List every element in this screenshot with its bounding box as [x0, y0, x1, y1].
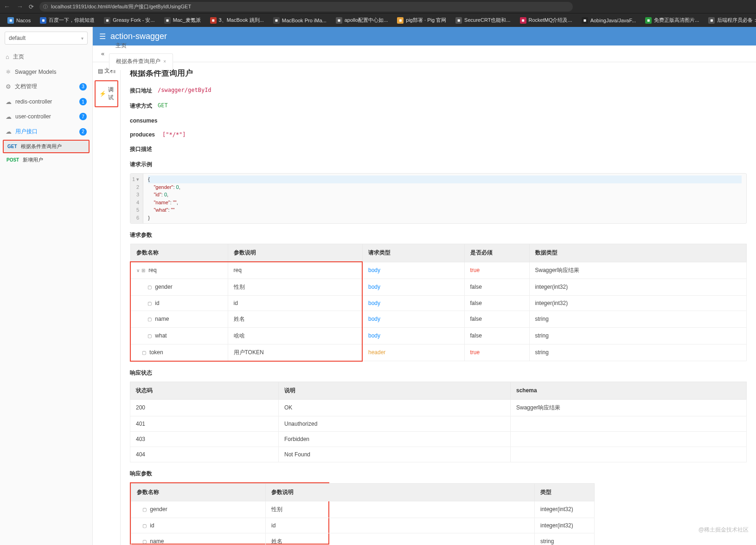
bookmark-favicon: ■	[520, 17, 526, 24]
field-icon: ▢	[142, 539, 147, 544]
menu-toggle-icon[interactable]: ☰	[99, 32, 106, 41]
field-icon: ▢	[147, 333, 152, 338]
request-example-code: 1 ▾23456 { "gender": 0, "id": 0, "name":…	[130, 173, 747, 224]
bookmark-item[interactable]: ■apollo配置中心如...	[332, 15, 392, 25]
sidebar: default ▾ ⌂主页⚛Swagger Models⚙文档管理3☁redis…	[0, 27, 93, 545]
bookmark-favicon: ■	[7, 17, 14, 24]
table-row: 200OKSwagger响应结果	[130, 399, 747, 416]
url-label: 接口地址	[130, 87, 158, 95]
bookmark-item[interactable]: ■百度一下，你就知道	[36, 15, 98, 25]
bookmark-item[interactable]: ■Greasy Fork - 安...	[100, 15, 158, 25]
app-header: ☰ action-swagger	[93, 27, 756, 45]
api-endpoint-item[interactable]: GET根据条件查询用户	[3, 140, 90, 153]
bookmark-item[interactable]: ■免费正版高清图片...	[641, 15, 703, 25]
table-header: 数据类型	[529, 244, 747, 262]
table-row: ▢ ididbodyfalseinteger(int32)	[130, 295, 747, 311]
tabs-bar: « 主页根据条件查询用户×	[93, 45, 756, 62]
sidebar-item[interactable]: ☁用户接口2	[0, 124, 92, 139]
count-badge: 1	[79, 98, 87, 105]
table-header: 是否必须	[464, 244, 529, 262]
bookmark-item[interactable]: ■pig部署 · Pig 官网	[393, 15, 450, 25]
table-row: 403Forbidden	[130, 431, 747, 447]
request-params-title: 请求参数	[130, 231, 747, 239]
field-icon: ▢	[147, 285, 152, 290]
bookmark-item[interactable]: ■Mac_麦氪派	[160, 15, 205, 25]
table-row: ∨⊞ reqreqbodytrueSwagger响应结果	[130, 262, 747, 279]
table-header: 请求类型	[362, 244, 464, 262]
produces-value: ["*/*"]	[162, 131, 186, 138]
api-method: GET	[158, 102, 168, 110]
bookmark-favicon: ■	[40, 17, 46, 24]
count-badge: 7	[79, 113, 87, 120]
chevron-down-icon: ▾	[81, 36, 83, 41]
field-icon: ▢	[142, 507, 147, 512]
request-params-table: 参数名称参数说明请求类型是否必须数据类型 ∨⊞ reqreqbodytrueSw…	[130, 244, 747, 362]
bookmark-item[interactable]: ■MacBook Pro iMa...	[269, 16, 330, 25]
bookmark-item[interactable]: ■Nacos	[4, 16, 34, 25]
count-badge: 3	[79, 83, 87, 91]
debug-tab[interactable]: ⚡调试	[95, 80, 118, 107]
bookmark-item[interactable]: ■AobingJava/JavaF...	[578, 16, 640, 25]
bookmark-favicon: ■	[164, 17, 171, 24]
sidebar-item[interactable]: ☁user-controller7	[0, 109, 92, 124]
sidebar-item[interactable]: ⚙文档管理3	[0, 79, 92, 94]
table-header: schema	[511, 382, 747, 399]
expand-icon[interactable]: ∨	[136, 268, 140, 273]
table-header: 说明	[279, 382, 511, 399]
side-tabs: ▤文档⚡调试	[93, 62, 121, 545]
table-row: ▢ name姓名bodyfalsestring	[130, 311, 747, 327]
docmgr-icon: ⚙	[6, 83, 11, 90]
bookmark-favicon: ■	[336, 17, 342, 24]
method-label: 请求方式	[130, 102, 158, 110]
consumes-label: consumes	[130, 117, 167, 124]
table-row: ▢ name姓名string	[131, 533, 595, 545]
object-icon: ⊞	[141, 268, 145, 273]
sidebar-item[interactable]: ⚛Swagger Models	[0, 65, 92, 79]
table-row: ▢ what啥啥bodyfalsestring	[130, 327, 747, 344]
example-label: 请求示例	[130, 161, 747, 169]
table-header: 类型	[535, 483, 595, 501]
document-body: 根据条件查询用户 接口地址 /swagger/getById 请求方式 GET …	[121, 62, 756, 545]
close-tab-icon[interactable]: ×	[163, 59, 166, 64]
bookmark-item[interactable]: ■SecureCRT也能和...	[452, 15, 514, 25]
bookmark-favicon: ■	[455, 17, 462, 24]
produces-label: produces	[130, 131, 162, 138]
content-tab[interactable]: 根据条件查询用户×	[109, 53, 173, 70]
api-title: 根据条件查询用户	[130, 68, 747, 78]
response-status-table: 状态码说明schema 200OKSwagger响应结果401Unauthori…	[130, 382, 747, 462]
api-endpoint-item[interactable]: POST新增用户	[0, 154, 92, 166]
bookmark-favicon: ■	[708, 17, 715, 24]
bookmark-item[interactable]: ■RocketMQ介绍及...	[516, 15, 576, 25]
back-button[interactable]: ←	[4, 3, 10, 10]
table-header: 参数名称	[131, 483, 266, 501]
table-row: ▢ gender性别integer(int32)	[131, 501, 595, 518]
bookmark-favicon: ■	[397, 17, 404, 24]
response-status-title: 响应状态	[130, 369, 747, 377]
table-header: 参数名称	[130, 244, 228, 262]
table-header: 参数说明	[228, 244, 362, 262]
field-icon: ▢	[147, 317, 152, 322]
forward-button[interactable]: →	[17, 3, 23, 10]
sidebar-item[interactable]: ⌂主页	[0, 49, 92, 65]
bookmark-favicon: ■	[104, 17, 110, 24]
table-row: 401Unauthorized	[130, 416, 747, 431]
table-row: ▢ gender性别bodyfalseinteger(int32)	[130, 279, 747, 295]
http-method-badge: GET	[7, 144, 17, 149]
response-params-table: 参数名称参数说明类型 ▢ gender性别integer(int32)▢ idi…	[131, 483, 595, 545]
cloud-icon: ☁	[6, 128, 12, 135]
group-selector[interactable]: default ▾	[5, 32, 88, 45]
reload-button[interactable]: ⟳	[29, 3, 34, 10]
bookmark-favicon: ■	[273, 17, 280, 24]
sidebar-item[interactable]: ☁redis-controller1	[0, 94, 92, 109]
browser-nav-bar: ← → ⟳ ⓘ localhost:19191/doc.html#/defaul…	[0, 0, 756, 13]
field-icon: ▢	[147, 301, 152, 306]
doc-icon: ▤	[98, 68, 103, 74]
bookmark-item[interactable]: ■后端程序员必备：...	[705, 15, 756, 25]
address-bar[interactable]: ⓘ localhost:19191/doc.html#/default/用户接口…	[39, 2, 573, 12]
collapse-tabs-icon[interactable]: «	[97, 50, 108, 57]
table-row: ▢ ididinteger(int32)	[131, 518, 595, 533]
content-tab[interactable]: 主页	[109, 38, 173, 53]
bookmark-item[interactable]: ■3、MacBook 跳到...	[206, 15, 268, 25]
cloud-icon: ☁	[6, 113, 12, 120]
home-icon: ⌂	[6, 53, 9, 60]
